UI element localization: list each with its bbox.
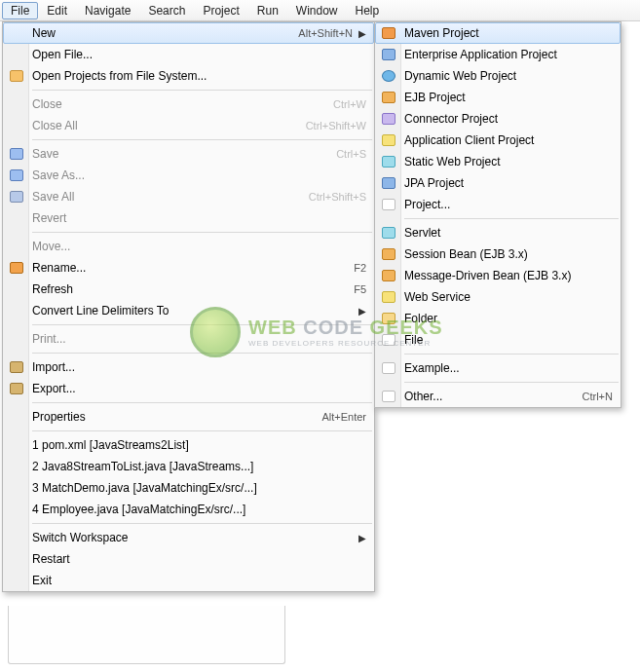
file-print[interactable]: Print...	[3, 328, 374, 350]
blank-icon	[7, 530, 26, 545]
new-ejb-project[interactable]: EJB Project	[375, 87, 621, 108]
menu-label: Properties	[32, 410, 321, 424]
file-open-projects[interactable]: Open Projects from File System...	[3, 65, 374, 87]
separator	[404, 218, 619, 219]
sq-yel-icon	[379, 132, 398, 148]
blank-icon	[7, 573, 26, 588]
menu-project[interactable]: Project	[194, 2, 247, 19]
shortcut-label: Ctrl+N	[583, 391, 613, 402]
background-panel	[8, 606, 285, 664]
shortcut-label: Ctrl+Shift+S	[309, 191, 366, 203]
blank-icon	[7, 118, 26, 133]
new-mdb[interactable]: Message-Driven Bean (EJB 3.x)	[375, 265, 621, 286]
new-file[interactable]: File	[375, 329, 621, 351]
menu-label: Servlet	[404, 226, 613, 240]
menu-label: Web Service	[404, 290, 613, 304]
file-exit[interactable]: Exit	[3, 570, 374, 591]
file-close[interactable]: CloseCtrl+W	[3, 93, 374, 115]
file-revert[interactable]: Revert	[3, 207, 374, 229]
separator	[32, 523, 372, 524]
file-save-as[interactable]: Save As...	[3, 165, 374, 186]
sq-m-icon	[379, 25, 398, 41]
new-connector-project[interactable]: Connector Project	[375, 108, 621, 130]
separator	[32, 430, 372, 431]
blank-icon	[7, 502, 26, 517]
menu-search[interactable]: Search	[139, 2, 194, 19]
menu-label: Restart	[32, 552, 366, 566]
blank-icon	[7, 47, 26, 62]
shortcut-label: F2	[354, 262, 366, 274]
new-static-web[interactable]: Static Web Project	[375, 151, 621, 172]
sq-blue-icon	[379, 47, 398, 62]
shortcut-label: Alt+Shift+N	[298, 27, 353, 39]
blank-icon	[7, 409, 26, 425]
blank-icon	[7, 480, 26, 496]
menu-label: Revert	[32, 211, 366, 225]
blank-icon	[7, 239, 26, 254]
menu-label: Dynamic Web Project	[404, 69, 613, 83]
menu-edit[interactable]: Edit	[38, 2, 76, 19]
sq-plain-icon	[379, 360, 398, 376]
menu-run[interactable]: Run	[248, 2, 287, 19]
file-properties[interactable]: PropertiesAlt+Enter	[3, 406, 374, 428]
menu-label: Refresh	[32, 282, 354, 296]
menu-label: Save All	[32, 190, 309, 204]
sq-blue-icon	[379, 175, 398, 191]
menu-label: Maven Project	[404, 26, 613, 40]
new-session-bean[interactable]: Session Bean (EJB 3.x)	[375, 243, 621, 265]
new-web-service[interactable]: Web Service	[375, 286, 621, 308]
sq-plain-icon	[379, 389, 398, 404]
sq-lav-icon	[379, 111, 398, 127]
file-convert-line[interactable]: Convert Line Delimiters To▶	[3, 300, 374, 321]
file-refresh[interactable]: RefreshF5	[3, 279, 374, 300]
sq-globe-icon	[379, 68, 398, 84]
sq-cyan-icon	[379, 154, 398, 169]
menu-label: Export...	[32, 382, 366, 395]
sq-orange-icon	[379, 246, 398, 262]
menu-label: Print...	[32, 332, 366, 346]
new-maven-project[interactable]: Maven Project	[375, 22, 621, 44]
file-recent-3[interactable]: 3 MatchDemo.java [JavaMatchingEx/src/...…	[3, 477, 374, 499]
file-export[interactable]: Export...	[3, 378, 374, 399]
file-import[interactable]: Import...	[3, 356, 374, 378]
file-open-file[interactable]: Open File...	[3, 44, 374, 65]
menu-label: 3 MatchDemo.java [JavaMatchingEx/src/...…	[32, 481, 366, 495]
new-app-client[interactable]: Application Client Project	[375, 130, 621, 151]
submenu-arrow-icon: ▶	[358, 28, 366, 39]
menu-window[interactable]: Window	[287, 2, 347, 19]
new-servlet[interactable]: Servlet	[375, 222, 621, 243]
menu-help[interactable]: Help	[347, 2, 389, 19]
new-jpa-project[interactable]: JPA Project	[375, 172, 621, 194]
file-rename[interactable]: Rename...F2	[3, 257, 374, 279]
new-ear-project[interactable]: Enterprise Application Project	[375, 44, 621, 65]
separator	[32, 90, 372, 91]
new-project[interactable]: Project...	[375, 194, 621, 215]
file-recent-2[interactable]: 2 Java8StreamToList.java [JavaStreams...…	[3, 456, 374, 477]
file-close-all[interactable]: Close AllCtrl+Shift+W	[3, 115, 374, 136]
sq-exp-icon	[7, 381, 26, 396]
blank-icon	[7, 210, 26, 226]
blank-icon	[7, 25, 26, 41]
file-switch-ws[interactable]: Switch Workspace▶	[3, 527, 374, 548]
file-new[interactable]: NewAlt+Shift+N▶	[3, 22, 374, 44]
new-dynamic-web[interactable]: Dynamic Web Project	[375, 65, 621, 87]
file-save[interactable]: SaveCtrl+S	[3, 143, 374, 165]
file-save-all[interactable]: Save AllCtrl+Shift+S	[3, 186, 374, 207]
file-recent-4[interactable]: 4 Employee.java [JavaMatchingEx/src/...]	[3, 499, 374, 520]
menu-label: EJB Project	[404, 91, 613, 104]
menu-label: 2 Java8StreamToList.java [JavaStreams...…	[32, 460, 366, 473]
file-restart[interactable]: Restart	[3, 548, 374, 570]
new-folder[interactable]: Folder	[375, 308, 621, 329]
separator	[32, 232, 372, 233]
menu-label: Switch Workspace	[32, 531, 353, 544]
sq-plain-icon	[379, 197, 398, 212]
new-example[interactable]: Example...	[375, 357, 621, 379]
menu-file[interactable]: File	[2, 2, 38, 19]
shortcut-label: Ctrl+S	[336, 148, 366, 160]
blank-icon	[7, 303, 26, 318]
separator	[404, 354, 619, 355]
file-move[interactable]: Move...	[3, 236, 374, 257]
file-recent-1[interactable]: 1 pom.xml [JavaStreams2List]	[3, 434, 374, 456]
new-other[interactable]: Other...Ctrl+N	[375, 386, 621, 407]
menu-navigate[interactable]: Navigate	[76, 2, 139, 19]
